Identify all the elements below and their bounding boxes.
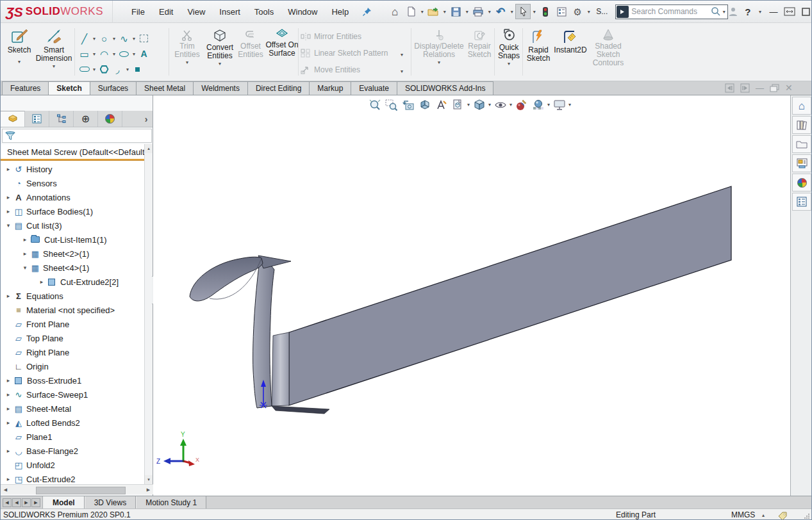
select-button[interactable]	[515, 4, 531, 19]
tree-root-item[interactable]: Sheet Metal Screw (Default<<Default	[1, 145, 144, 159]
home-button[interactable]: ⌂	[387, 4, 402, 19]
expand-arrow[interactable]: ▸	[4, 208, 13, 215]
bottom-lip-face[interactable]	[272, 406, 329, 414]
fillet-caret[interactable]: ▾	[124, 67, 131, 72]
display-style-button[interactable]	[472, 97, 486, 112]
rapid-sketch-button[interactable]: Rapid Sketch	[524, 29, 553, 63]
display-style-caret[interactable]: ▾	[488, 102, 491, 108]
menu-help[interactable]: Help	[324, 4, 356, 19]
tree-item-cut-extrude2-instance[interactable]: ▸Cut-Extrude2[2]	[1, 275, 144, 289]
line-caret[interactable]: ▾	[91, 36, 97, 42]
tab-featuremanager[interactable]	[1, 111, 25, 127]
fillet-icon[interactable]: ◞	[111, 63, 124, 76]
point-icon[interactable]	[131, 63, 144, 76]
print-caret[interactable]: ▾	[486, 9, 492, 15]
minimize-button[interactable]: —	[769, 7, 777, 17]
circle-caret[interactable]: ▾	[111, 36, 117, 42]
first-tab-button[interactable]: ◀	[3, 498, 12, 507]
scroll-right-button[interactable]: ▶	[144, 485, 153, 494]
menu-tools[interactable]: Tools	[247, 4, 281, 19]
expand-arrow[interactable]: ▸	[4, 293, 13, 299]
taskpane-file-explorer-button[interactable]	[792, 135, 811, 153]
tree-item-annotations[interactable]: ▸AAnnotations	[1, 190, 144, 204]
graphics-viewport[interactable]: Y Z X ▾ ▾ ▾ ▾	[153, 95, 790, 496]
convert-entities-button[interactable]: Convert Entities ▾	[203, 29, 236, 67]
taskpane-home-button[interactable]: ⌂	[792, 97, 811, 115]
doc-close-button[interactable]: ✕	[785, 83, 793, 93]
tree-item-top-plane[interactable]: ▱Top Plane	[1, 331, 144, 345]
ellipse-icon[interactable]	[117, 47, 131, 60]
circle-icon[interactable]: ○	[97, 32, 111, 45]
expand-arrow[interactable]: ▸	[4, 405, 13, 412]
tree-item-surface-sweep1[interactable]: ▸∿Surface-Sweep1	[1, 387, 144, 402]
zoom-to-area-button[interactable]	[384, 97, 399, 112]
tab-3d-views[interactable]: 3D Views	[85, 496, 136, 508]
sketch-text-icon[interactable]: A	[137, 47, 151, 60]
menu-window[interactable]: Window	[281, 4, 324, 19]
tip-flap-face[interactable]	[258, 256, 291, 268]
arc-caret[interactable]: ▾	[111, 51, 117, 57]
expand-arrow[interactable]: ▸	[4, 377, 13, 384]
help-caret[interactable]: ▾	[757, 9, 763, 15]
offset-on-surface-button[interactable]: Offset On Surface	[265, 28, 299, 58]
previous-tab-button[interactable]: ◀	[12, 498, 21, 507]
quick-snaps-button[interactable]: Quick Snaps ▾	[495, 28, 522, 67]
apply-scene-caret[interactable]: ▾	[547, 102, 550, 108]
bend-floor-face[interactable]	[272, 332, 289, 406]
tab-configurationmanager[interactable]	[49, 111, 74, 127]
taskpane-custom-properties-button[interactable]	[792, 193, 811, 211]
instant2d-button[interactable]: Instant2D	[553, 29, 588, 54]
scroll-left-button[interactable]: ◀	[1, 485, 10, 494]
sketch-caret[interactable]: ▾	[18, 60, 21, 65]
tab-dimxpertmanager[interactable]: ⊕	[74, 111, 98, 127]
scrollbar-thumb[interactable]	[36, 487, 126, 494]
search-caret[interactable]: ▾	[721, 9, 727, 15]
ellipse-caret[interactable]: ▾	[131, 51, 137, 57]
collapse-arrow[interactable]: ▾	[4, 222, 13, 229]
maximize-button[interactable]	[802, 8, 810, 16]
help-icon[interactable]: ?	[745, 6, 750, 17]
save-caret[interactable]: ▾	[464, 9, 470, 15]
tree-item-material[interactable]: ≡Material <not specified>	[1, 303, 144, 317]
menu-view[interactable]: View	[180, 4, 212, 19]
slot-icon[interactable]	[78, 63, 91, 76]
line-icon[interactable]: ╱	[78, 32, 91, 45]
expand-arrow[interactable]: ▸	[4, 166, 13, 172]
arc-icon[interactable]: ◠	[97, 47, 111, 60]
previous-document-icon[interactable]	[725, 83, 734, 93]
next-tab-button[interactable]: ▶	[22, 498, 31, 507]
hide-show-items-button[interactable]	[493, 97, 508, 112]
tree-filter-box[interactable]	[2, 129, 152, 143]
tab-solidworks-add-ins[interactable]: SOLIDWORKS Add-Ins	[397, 81, 493, 95]
zoom-to-fit-button[interactable]	[367, 97, 382, 112]
dynamic-annotation-views-button[interactable]	[434, 97, 449, 112]
expand-arrow[interactable]: ▸	[4, 448, 13, 454]
doc-restore-button[interactable]	[770, 84, 779, 92]
expand-arrow[interactable]: ▸	[4, 194, 13, 200]
tree-item-plane1[interactable]: ▱Plane1	[1, 430, 144, 444]
search-input[interactable]	[629, 7, 711, 16]
polygon-icon[interactable]	[97, 63, 111, 76]
pin-menu-icon[interactable]	[362, 7, 372, 17]
edit-appearance-button[interactable]	[514, 97, 529, 112]
tree-horizontal-scrollbar[interactable]: ◀ ▶	[1, 484, 153, 494]
expand-arrow[interactable]: ▸	[37, 279, 46, 285]
expand-arrow[interactable]: ▸	[4, 391, 13, 398]
new-document-caret[interactable]: ▾	[419, 9, 425, 15]
status-units[interactable]: MMGS	[731, 510, 755, 519]
blade-panel-face[interactable]	[289, 186, 731, 405]
open-caret[interactable]: ▾	[442, 9, 447, 15]
doc-minimize-button[interactable]: —	[756, 83, 764, 93]
resize-grip[interactable]	[804, 513, 810, 519]
expand-arrow[interactable]: ▸	[4, 419, 13, 426]
tab-features[interactable]: Features	[2, 81, 49, 95]
menu-edit[interactable]: Edit	[152, 4, 180, 19]
select-caret[interactable]: ▾	[531, 9, 537, 15]
scroll-down-button[interactable]: ▾	[145, 475, 153, 484]
taskpane-view-palette-button[interactable]	[792, 154, 811, 172]
rebuild-button[interactable]	[538, 4, 553, 19]
span-displays-button[interactable]	[784, 7, 795, 16]
tab-displaymanager[interactable]	[98, 111, 122, 127]
tab-propertymanager[interactable]	[25, 111, 49, 127]
taskpane-design-library-button[interactable]	[792, 116, 811, 134]
